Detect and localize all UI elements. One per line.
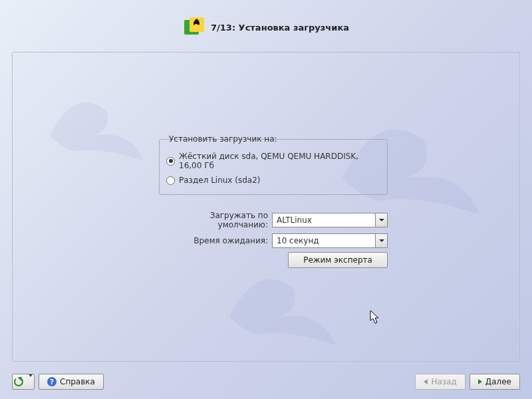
main-panel: Установить загрузчик на: Жёсткий диск sd…	[12, 52, 520, 362]
header: 7/13: Установка загрузчика	[0, 16, 532, 39]
install-target-fieldset: Установить загрузчик на: Жёсткий диск sd…	[159, 139, 388, 195]
arrow-left-icon	[424, 377, 428, 386]
timeout-row: Время ожидания: 10 секунд	[159, 233, 388, 248]
radio-option-disk-sda[interactable]: Жёсткий диск sda, QEMU QEMU HARDDISK, 16…	[165, 149, 382, 173]
next-button[interactable]: Далее	[469, 374, 520, 390]
radio-option-partition-sda2[interactable]: Раздел Linux (sda2)	[165, 173, 382, 188]
chevron-down-icon	[375, 213, 387, 227]
fieldset-legend: Установить загрузчик на:	[166, 134, 280, 144]
chevron-down-icon	[375, 234, 387, 247]
back-button: Назад	[415, 374, 465, 390]
button-label: Справка	[60, 377, 95, 386]
arrow-right-icon	[478, 377, 482, 386]
radio-label: Раздел Linux (sda2)	[179, 176, 261, 185]
form-rows: Загружать по умолчанию: ALTLinux Время о…	[159, 211, 388, 252]
default-boot-select[interactable]: ALTLinux	[272, 213, 388, 227]
expert-mode-button[interactable]: Режим эксперта	[288, 252, 388, 268]
radio-icon	[166, 157, 175, 166]
installer-logo-icon	[183, 16, 205, 39]
default-boot-label: Загружать по умолчанию:	[159, 211, 272, 229]
default-boot-row: Загружать по умолчанию: ALTLinux	[159, 211, 388, 229]
refresh-dropdown-button[interactable]	[12, 374, 35, 390]
refresh-icon	[14, 377, 23, 386]
timeout-select[interactable]: 10 секунд	[272, 233, 388, 248]
page-title: 7/13: Установка загрузчика	[211, 23, 349, 33]
help-button[interactable]: ? Справка	[39, 374, 104, 390]
default-boot-value: ALTLinux	[277, 215, 312, 225]
radio-icon	[166, 176, 175, 185]
button-label: Назад	[431, 377, 456, 386]
chevron-down-icon	[27, 377, 33, 386]
radio-label: Жёсткий диск sda, QEMU QEMU HARDDISK, 16…	[179, 152, 380, 170]
timeout-value: 10 секунд	[277, 236, 319, 245]
timeout-label: Время ожидания:	[159, 236, 272, 245]
button-label: Режим эксперта	[303, 255, 372, 265]
bottom-bar: ? Справка Назад Далее	[12, 374, 520, 390]
help-icon: ?	[47, 377, 57, 386]
button-label: Далее	[485, 377, 511, 386]
expert-button-holder: Режим эксперта	[159, 252, 388, 268]
